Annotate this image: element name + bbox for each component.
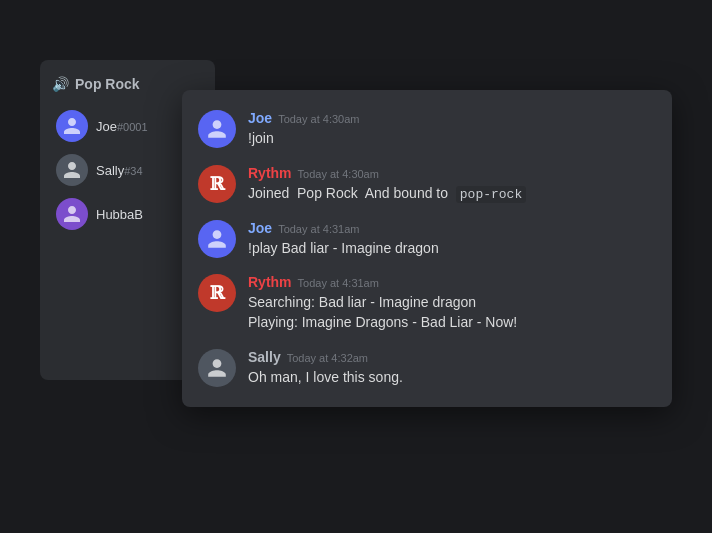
msg-timestamp: Today at 4:31am [278, 223, 359, 235]
user-name-joe: Joe#0001 [96, 119, 148, 134]
msg-content-joe-2: Joe Today at 4:31am !play Bad liar - Ima… [248, 220, 656, 259]
avatar-joe [56, 110, 88, 142]
avatar-sally [56, 154, 88, 186]
msg-header: Joe Today at 4:30am [248, 110, 656, 126]
msg-timestamp: Today at 4:31am [298, 277, 379, 289]
user-item-sally[interactable]: Sally#34 [52, 152, 203, 188]
user-item-hubba[interactable]: HubbaB [52, 196, 203, 232]
msg-header: Joe Today at 4:31am [248, 220, 656, 236]
msg-avatar-joe-2 [198, 220, 236, 258]
message-item: ℝ Rythm Today at 4:30am Joined Pop Rock … [198, 165, 656, 204]
msg-content-rythm-1: Rythm Today at 4:30am Joined Pop Rock An… [248, 165, 656, 204]
msg-username: Sally [248, 349, 281, 365]
avatar-hubba [56, 198, 88, 230]
msg-text: Searching: Bad liar - Imagine dragon Pla… [248, 293, 656, 332]
msg-avatar-sally [198, 349, 236, 387]
msg-header: Rythm Today at 4:30am [248, 165, 656, 181]
msg-content-joe-1: Joe Today at 4:30am !join [248, 110, 656, 149]
chat-panel: Joe Today at 4:30am !join ℝ Rythm Today … [182, 90, 672, 407]
msg-avatar-rythm-1: ℝ [198, 165, 236, 203]
msg-header: Rythm Today at 4:31am [248, 274, 656, 290]
message-item: Joe Today at 4:30am !join [198, 110, 656, 149]
inline-code: pop-rock [456, 186, 526, 203]
msg-content-rythm-2: Rythm Today at 4:31am Searching: Bad lia… [248, 274, 656, 332]
message-item: Joe Today at 4:31am !play Bad liar - Ima… [198, 220, 656, 259]
channel-header: 🔊 Pop Rock [52, 76, 203, 92]
msg-text: !join [248, 129, 656, 149]
msg-avatar-joe-1 [198, 110, 236, 148]
msg-text: !play Bad liar - Imagine dragon [248, 239, 656, 259]
msg-username: Joe [248, 110, 272, 126]
msg-header: Sally Today at 4:32am [248, 349, 656, 365]
speaker-icon: 🔊 [52, 76, 69, 92]
message-item: ℝ Rythm Today at 4:31am Searching: Bad l… [198, 274, 656, 332]
msg-timestamp: Today at 4:30am [278, 113, 359, 125]
message-list: Joe Today at 4:30am !join ℝ Rythm Today … [198, 110, 656, 387]
user-item-joe[interactable]: Joe#0001 [52, 108, 203, 144]
voice-user-list: Joe#0001 Sally#34 HubbaB [52, 108, 203, 232]
channel-name: Pop Rock [75, 76, 140, 92]
msg-username: Rythm [248, 165, 292, 181]
user-name-sally: Sally#34 [96, 163, 143, 178]
msg-timestamp: Today at 4:30am [298, 168, 379, 180]
message-item: Sally Today at 4:32am Oh man, I love thi… [198, 349, 656, 388]
user-name-hubba: HubbaB [96, 207, 143, 222]
msg-timestamp: Today at 4:32am [287, 352, 368, 364]
msg-text: Joined Pop Rock And bound to pop-rock [248, 184, 656, 204]
msg-avatar-rythm-2: ℝ [198, 274, 236, 312]
msg-username: Rythm [248, 274, 292, 290]
msg-username: Joe [248, 220, 272, 236]
msg-text: Oh man, I love this song. [248, 368, 656, 388]
msg-content-sally: Sally Today at 4:32am Oh man, I love thi… [248, 349, 656, 388]
